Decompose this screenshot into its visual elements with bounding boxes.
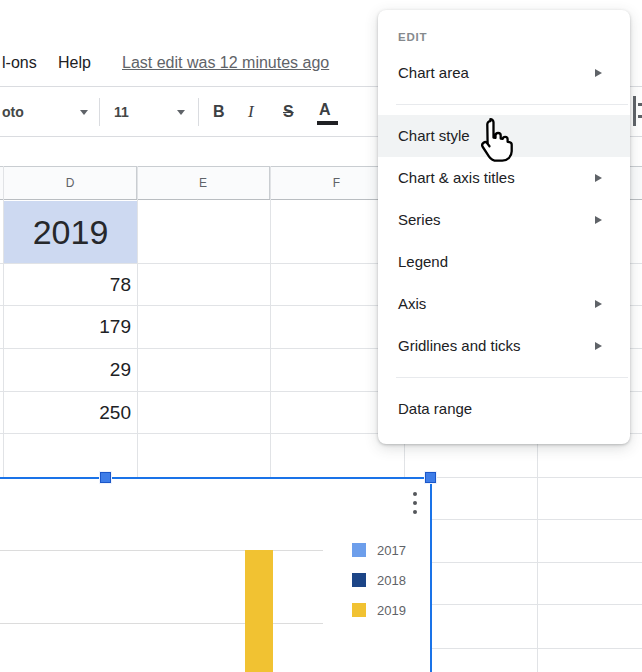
column-header-d[interactable]: D (4, 167, 137, 199)
legend-swatch-2018 (352, 573, 366, 587)
cell-value[interactable]: 78 (4, 264, 137, 305)
dot (413, 501, 418, 506)
last-edit-link[interactable]: Last edit was 12 minutes ago (122, 54, 329, 72)
legend-swatch-2019 (352, 603, 366, 617)
submenu-arrow-icon (595, 174, 602, 182)
menu-divider (396, 377, 628, 378)
menu-item-legend[interactable]: Legend (378, 241, 630, 283)
chart-canvas[interactable]: 2017 2018 2019 (0, 477, 432, 672)
menu-divider (396, 104, 628, 105)
chart-edit-menu: EDIT Chart area Chart style Chart & axis… (378, 10, 630, 444)
menu-addons[interactable]: l-ons (2, 54, 37, 72)
column-header-e[interactable]: E (137, 167, 270, 199)
hand-cursor-icon (472, 116, 522, 168)
text-color-button[interactable]: A (319, 88, 331, 136)
toolbar-icon-fragment[interactable] (633, 96, 636, 126)
menu-help[interactable]: Help (58, 54, 91, 72)
selection-handle[interactable] (425, 472, 436, 483)
menu-item-chart-area[interactable]: Chart area (378, 52, 630, 94)
chart-gridline (0, 550, 323, 551)
bold-button[interactable]: B (213, 88, 225, 136)
legend-swatch-2017 (352, 543, 366, 557)
toolbar-separator (99, 98, 100, 126)
menu-item-label: Chart style (398, 127, 470, 144)
menu-item-series[interactable]: Series (378, 199, 630, 241)
chart-legend: 2017 2018 2019 (352, 542, 406, 632)
legend-label: 2017 (377, 543, 406, 558)
sheets-app: l-ons Help Last edit was 12 minutes ago … (0, 0, 642, 672)
menu-item-axis[interactable]: Axis (378, 283, 630, 325)
highlighted-cell-2019[interactable]: 2019 (4, 201, 137, 263)
text-color-underline (317, 121, 338, 125)
menu-item-label: Axis (398, 295, 426, 312)
font-name-selector[interactable]: oto (2, 88, 24, 136)
chart-options-kebab-icon[interactable] (410, 488, 420, 518)
menu-item-label: Chart & axis titles (398, 169, 515, 186)
menu-item-label: Legend (398, 253, 448, 270)
selection-handle[interactable] (100, 472, 111, 483)
menu-item-gridlines-ticks[interactable]: Gridlines and ticks (378, 325, 630, 367)
menu-item-label: Data range (398, 400, 472, 417)
submenu-arrow-icon (595, 69, 602, 77)
legend-label: 2018 (377, 573, 406, 588)
strikethrough-button[interactable]: S (283, 88, 294, 136)
menu-item-label: Gridlines and ticks (398, 337, 521, 354)
submenu-arrow-icon (595, 342, 602, 350)
menu-item-label: Series (398, 211, 441, 228)
dot (413, 510, 418, 515)
menu-header: EDIT (378, 22, 630, 52)
submenu-arrow-icon (595, 300, 602, 308)
font-size-selector[interactable]: 11 (114, 88, 129, 136)
toolbar-separator (198, 98, 199, 126)
cell-value[interactable]: 179 (4, 306, 137, 348)
menu-item-data-range[interactable]: Data range (378, 388, 630, 430)
cell-value[interactable]: 29 (4, 349, 137, 391)
toolbar-icon-fragment (638, 103, 642, 106)
chart-bar-2019 (245, 550, 273, 672)
legend-label: 2019 (377, 603, 406, 618)
menu-item-label: Chart area (398, 64, 469, 81)
italic-button[interactable]: I (248, 88, 254, 136)
legend-item: 2017 (352, 542, 406, 558)
cell-value[interactable]: 250 (4, 392, 137, 433)
dot (413, 492, 418, 497)
chart-gridline (0, 623, 323, 624)
legend-item: 2019 (352, 602, 406, 618)
chevron-down-icon[interactable] (177, 110, 185, 115)
toolbar-icon-fragment (638, 115, 642, 118)
chevron-down-icon[interactable] (80, 110, 88, 115)
legend-item: 2018 (352, 572, 406, 588)
submenu-arrow-icon (595, 216, 602, 224)
